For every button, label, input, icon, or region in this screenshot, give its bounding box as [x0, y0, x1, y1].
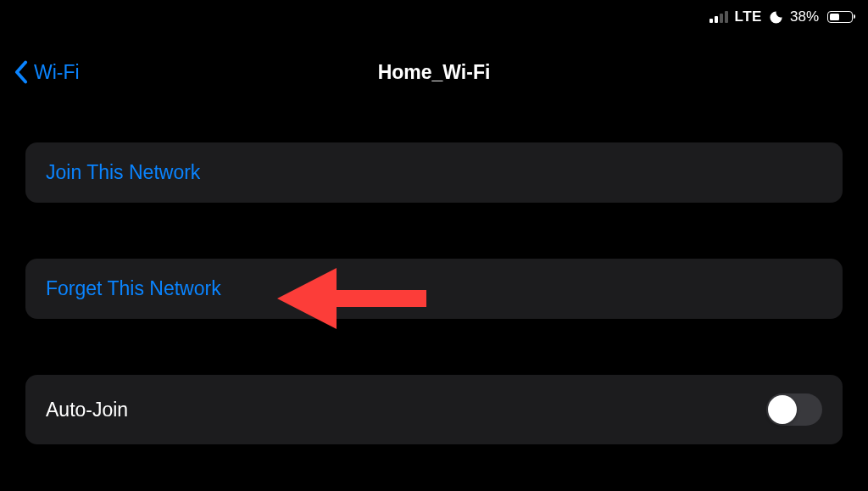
status-bar: LTE 38% [709, 8, 853, 25]
do-not-disturb-moon-icon [769, 10, 783, 25]
back-button-label: Wi-Fi [34, 61, 80, 84]
network-type-label: LTE [735, 8, 762, 25]
auto-join-label: Auto-Join [46, 399, 128, 421]
page-title: Home_Wi-Fi [378, 61, 491, 84]
join-network-label: Join This Network [46, 161, 200, 184]
navigation-bar: Wi-Fi Home_Wi-Fi [0, 51, 868, 93]
join-network-cell[interactable]: Join This Network [25, 142, 843, 203]
auto-join-cell: Auto-Join [25, 375, 843, 444]
forget-network-cell[interactable]: Forget This Network [25, 259, 843, 319]
chevron-back-icon [14, 60, 29, 84]
toggle-knob [768, 395, 797, 424]
auto-join-toggle[interactable] [766, 393, 822, 426]
settings-list: Join This Network Forget This Network Au… [25, 142, 843, 444]
cellular-signal-icon [709, 11, 728, 23]
battery-icon [827, 11, 853, 23]
battery-percent-label: 38% [790, 8, 819, 25]
back-button[interactable]: Wi-Fi [14, 60, 80, 84]
forget-network-label: Forget This Network [46, 277, 221, 300]
